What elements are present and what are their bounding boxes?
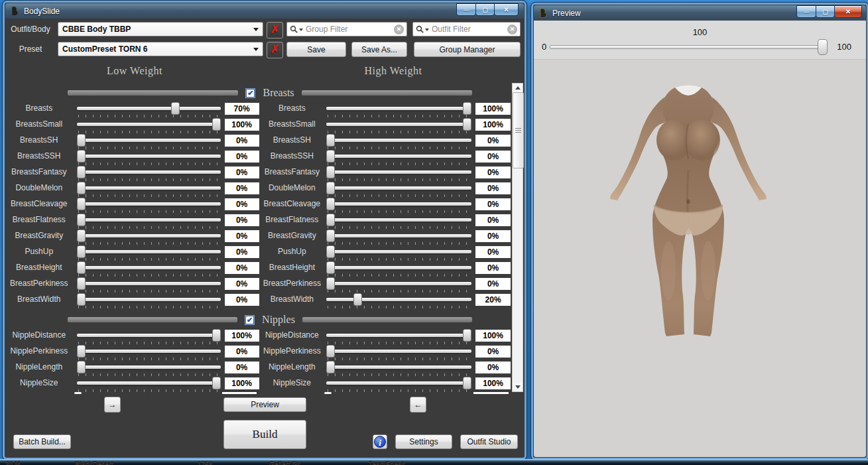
slider-handle[interactable] xyxy=(77,214,86,226)
low-slider-breastwidth[interactable] xyxy=(76,293,222,308)
slider-handle[interactable] xyxy=(77,166,86,178)
high-value-box[interactable]: 0% xyxy=(475,151,511,163)
save-as-button[interactable]: Save As... xyxy=(351,42,407,57)
preview-close-button[interactable]: ✕ xyxy=(834,5,862,18)
taskbar-item[interactable]: Gellert Gr xyxy=(269,460,300,465)
high-slider-nipplesize[interactable] xyxy=(325,376,473,392)
scroll-up-button[interactable] xyxy=(513,84,523,92)
group-manager-button[interactable]: Group Manager xyxy=(414,42,521,57)
low-slider-nipplelength[interactable] xyxy=(76,360,222,376)
build-button[interactable]: Build xyxy=(223,420,306,449)
slider-handle[interactable] xyxy=(353,293,362,306)
low-value-box[interactable]: 0% xyxy=(225,198,259,210)
taskbar-item[interactable]: TeamSpeak xyxy=(369,460,405,465)
slider-handle[interactable] xyxy=(326,182,335,194)
low-value-box[interactable]: 0% xyxy=(225,362,259,373)
copy-to-high-button[interactable]: → xyxy=(104,397,121,413)
high-value-box[interactable]: 100% xyxy=(475,119,511,131)
low-slider-breastflatness[interactable] xyxy=(76,213,222,229)
slider-handle[interactable] xyxy=(77,230,86,242)
high-value-box[interactable]: 0% xyxy=(475,166,511,178)
high-value-box[interactable]: 0% xyxy=(475,246,511,258)
low-slider-breastssmall[interactable] xyxy=(76,117,222,133)
low-value-box[interactable]: 0% xyxy=(225,214,259,226)
high-value-box[interactable]: 0% xyxy=(475,278,511,290)
low-slider-breastheight[interactable] xyxy=(76,261,222,277)
search-options-arrow-icon[interactable] xyxy=(299,29,303,33)
save-button[interactable]: Save xyxy=(286,42,346,57)
about-button[interactable]: i xyxy=(373,434,387,449)
copy-to-low-button[interactable]: ← xyxy=(410,397,426,413)
slider-handle[interactable] xyxy=(77,245,86,258)
preview-maximize-button[interactable]: ▢ xyxy=(816,5,835,18)
low-slider-breastsssh[interactable] xyxy=(76,149,222,165)
high-slider-breastssmall[interactable] xyxy=(325,117,473,133)
low-slider-nipplesize[interactable] xyxy=(76,376,222,392)
maximize-button[interactable]: ▢ xyxy=(475,3,495,16)
low-value-box[interactable]: 100% xyxy=(225,377,259,389)
high-slider-nipplelength[interactable] xyxy=(325,360,473,376)
high-slider-doublemelon[interactable] xyxy=(325,181,473,197)
low-slider-nippledistance[interactable] xyxy=(76,328,222,344)
high-value-box[interactable]: 0% xyxy=(475,346,511,358)
close-button[interactable]: ✕ xyxy=(494,3,519,16)
high-value-box[interactable]: 20% xyxy=(475,294,511,306)
category-checkbox-breasts[interactable]: ✔ xyxy=(245,88,255,98)
high-slider-breastwidth[interactable] xyxy=(325,293,473,308)
low-value-box[interactable]: 70% xyxy=(225,103,259,115)
high-value-box[interactable]: 0% xyxy=(475,198,511,210)
slider-handle[interactable] xyxy=(77,277,86,290)
high-slider-breastheight[interactable] xyxy=(325,261,473,277)
low-value-box[interactable]: 0% xyxy=(225,135,259,147)
low-value-box[interactable]: 0% xyxy=(225,246,259,258)
taskbar-item[interactable]: 1758 xyxy=(198,460,212,465)
high-value-box[interactable]: 0% xyxy=(475,262,511,274)
scrollbar-thumb[interactable] xyxy=(513,92,524,168)
slider-handle[interactable] xyxy=(326,361,335,373)
weight-slider[interactable] xyxy=(550,38,828,54)
settings-button[interactable]: Settings xyxy=(395,434,452,449)
slider-handle[interactable] xyxy=(212,118,221,131)
clear-preset-button[interactable]: ✗ xyxy=(267,42,283,58)
slider-handle[interactable] xyxy=(463,329,471,342)
slider-handle[interactable] xyxy=(77,361,86,373)
main-titlebar[interactable]: BodySlide xyxy=(5,3,524,19)
slider-handle[interactable] xyxy=(212,377,221,389)
low-slider-pushup[interactable] xyxy=(76,245,222,261)
slider-handle[interactable] xyxy=(77,150,86,163)
slider-scrollbar[interactable] xyxy=(512,83,523,392)
high-value-box[interactable]: 100% xyxy=(475,330,511,342)
category-checkbox-nipples[interactable]: ✔ xyxy=(245,315,255,325)
preview-button[interactable]: Preview xyxy=(223,397,306,412)
slider-handle[interactable] xyxy=(326,214,335,226)
taskbar-item[interactable]: 30 M xyxy=(5,460,20,465)
clear-outfit-filter-icon[interactable]: ✕ xyxy=(507,25,517,34)
high-value-box[interactable]: 0% xyxy=(475,230,511,242)
high-slider-nippledistance[interactable] xyxy=(325,328,473,344)
low-value-box[interactable]: 0% xyxy=(225,262,259,274)
low-slider-doublemelon[interactable] xyxy=(76,181,222,197)
slider-handle[interactable] xyxy=(326,245,335,258)
slider-handle[interactable] xyxy=(326,261,335,274)
slider-handle[interactable] xyxy=(77,293,86,306)
slider-handle[interactable] xyxy=(77,198,86,210)
high-slider-breastsfantasy[interactable] xyxy=(325,165,473,181)
high-slider-breastcleavage[interactable] xyxy=(325,197,473,213)
high-value-box[interactable]: 0% xyxy=(475,182,511,194)
low-slider-breastcleavage[interactable] xyxy=(76,197,222,213)
weight-slider-handle[interactable] xyxy=(818,39,828,55)
low-value-box[interactable]: 100% xyxy=(225,330,259,342)
low-value-box[interactable]: 100% xyxy=(225,119,259,131)
low-slider-breastssh[interactable] xyxy=(76,133,222,149)
high-value-box[interactable]: 100% xyxy=(475,377,511,389)
preview-3d-viewport[interactable] xyxy=(534,60,866,457)
slider-handle[interactable] xyxy=(212,329,221,342)
search-options-arrow-icon[interactable] xyxy=(425,29,429,33)
slider-handle[interactable] xyxy=(326,166,335,178)
low-value-box[interactable]: 0% xyxy=(225,294,259,306)
slider-handle[interactable] xyxy=(326,345,335,358)
low-value-box[interactable]: 0% xyxy=(225,346,259,358)
low-value-box[interactable]: 0% xyxy=(225,230,259,242)
high-slider-breasts[interactable] xyxy=(325,101,473,117)
slider-handle[interactable] xyxy=(77,134,86,147)
